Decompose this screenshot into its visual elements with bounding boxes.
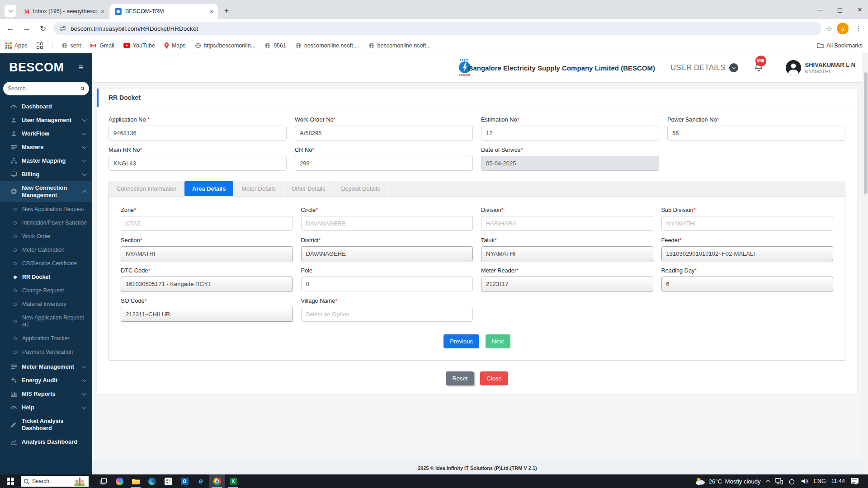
browser-tab-gmail[interactable]: M Inbox (195) - aeenytbescom@g × [19,4,109,19]
reset-button[interactable]: Reset [446,371,474,385]
tab-connection-information[interactable]: Connection Information [109,181,184,196]
hamburger-icon[interactable]: ≡ [78,63,83,72]
sidebar-search[interactable] [3,82,89,95]
back-icon[interactable]: ← [5,24,16,33]
main-rr-no-input[interactable] [108,156,287,171]
user-profile[interactable]: SHIVAKUMAR L N NYAMATHI [785,60,855,76]
work-order-no-input[interactable] [295,126,473,141]
meter-reader-input[interactable] [481,277,653,291]
bookmark-item-https-bescomonlin[interactable]: https//bescomonlin... [195,42,256,49]
task-view-button[interactable] [95,474,111,488]
notification-center-icon[interactable] [850,478,859,485]
bookmark-item-bescomonline-nsoft[interactable]: bescomonline.nsoft... [368,42,431,49]
tab-deposit-details[interactable]: Deposit Details [333,181,388,196]
internet-explorer-button[interactable]: e [193,474,209,488]
pole-input[interactable] [301,277,473,291]
next-button[interactable]: Next [486,334,510,348]
profile-avatar[interactable]: a [837,23,849,34]
sidebar-subitem-work-order[interactable]: Work Order [0,230,92,244]
sidebar-item-mis-reports[interactable]: MIS Reports [0,387,92,401]
edge-button[interactable] [144,474,160,488]
power-sanction-no-input[interactable] [667,126,845,141]
grid-bookmark-icon[interactable] [37,42,43,49]
sidebar-item-dashboard[interactable]: Dashboard [0,100,92,113]
tab-area-details[interactable]: Area Details [184,181,234,196]
user-details-dropdown[interactable]: USER DETAILS [670,63,738,72]
copilot-button[interactable] [111,474,127,488]
date-of-service-input[interactable] [481,156,659,171]
tab-other-details[interactable]: Other Details [284,181,334,196]
tray-expand-icon[interactable] [765,480,770,484]
sidebar-subitem-application-tracker[interactable]: Application Tracker [0,332,92,346]
sidebar-item-help[interactable]: Help [0,401,92,414]
tab-meter-details[interactable]: Meter Details [234,181,283,196]
sidebar-subitem-cr-service-certificate[interactable]: CR/Service Certificate [0,257,92,271]
sidebar-subitem-rr-docket[interactable]: RR Docket [0,271,92,284]
sidebar-subitem-change-request[interactable]: Change Request [0,284,92,298]
sidebar-item-meter-management[interactable]: Meter Management [0,360,92,374]
application-no-input[interactable] [108,126,287,141]
bookmark-item-gmail[interactable]: Gmail [90,42,114,49]
sidebar-item-new-connection-management[interactable]: New Connection Management [0,181,92,202]
sidebar-item-workflow[interactable]: WorkFlow [0,127,92,141]
feeder-input[interactable] [661,246,834,261]
close-icon[interactable]: × [210,8,213,14]
site-settings-icon[interactable] [60,26,66,31]
division-input[interactable] [481,216,653,231]
district-input[interactable] [301,246,473,261]
network-icon[interactable] [775,478,783,484]
sidebar-item-energy-audit[interactable]: Energy Audit [0,374,92,387]
minimize-icon[interactable]: — [816,6,825,13]
sidebar-subitem-meter-calibration[interactable]: Meter Calibration [0,244,92,257]
browser-tab-bescom-trm[interactable]: BESCOM-TRM × [109,4,218,19]
circle-input[interactable] [301,216,473,231]
sidebar-subitem-new-application-request[interactable]: New Application Request [0,203,92,216]
close-window-icon[interactable]: ✕ [855,6,864,13]
address-bar[interactable]: bescom.trm.ieasybill.com/RRDocket/RRDock… [53,22,821,35]
estimation-no-input[interactable] [481,126,659,141]
sidebar-subitem-intimation-power-sanction[interactable]: Intimation/Power Sanction [0,216,92,230]
village-name-input[interactable] [301,307,473,322]
sub-division-input[interactable] [661,216,834,231]
browser-menu-icon[interactable]: ⋮ [853,24,863,33]
start-button[interactable] [0,474,21,488]
cr-no-input[interactable] [295,156,473,171]
excel-button[interactable]: X [225,474,241,488]
scrollbar-thumb[interactable] [864,72,868,194]
close-icon[interactable]: × [101,8,104,14]
taluk-input[interactable] [481,246,653,261]
sidebar-search-input[interactable] [8,85,80,92]
chrome-button[interactable] [209,474,225,488]
notifications-button[interactable]: 898 [754,62,764,74]
bookmark-item-youtube[interactable]: YouTube [123,42,155,49]
reload-icon[interactable]: ↻ [37,24,49,33]
microsoft-store-button[interactable] [160,474,176,488]
sidebar-item-ticket-analysis-dashboard[interactable]: Ticket Analysis Dashboard [0,414,92,435]
bookmark-item-maps[interactable]: Maps [164,42,186,49]
previous-button[interactable]: Previous [443,334,479,348]
volume-icon[interactable] [801,478,808,484]
clock[interactable]: 11:44 [831,478,845,484]
all-bookmarks-button[interactable]: All Bookmarks [817,42,863,49]
bookmark-item-sent[interactable]: sent [61,42,81,49]
sidebar-item-analysis-dashboard[interactable]: Analysis Dashboard [0,435,92,449]
file-explorer-button[interactable] [127,474,144,488]
page-scrollbar[interactable] [863,53,868,474]
weather-widget[interactable]: 26°C Mostly cloudy [695,477,761,485]
sidebar-item-user-management[interactable]: User Management [0,113,92,127]
taskbar-search[interactable]: Search [21,476,89,487]
bookmark-item-9561[interactable]: 9561 [264,42,286,49]
bookmark-item-bescomonline-nsoft[interactable]: bescomonline.nsoft.... [295,42,359,49]
close-button[interactable]: Close [480,371,508,385]
sidebar-item-masters[interactable]: Masters [0,141,92,154]
sidebar-item-billing[interactable]: Billing [0,168,92,181]
outlook-button[interactable]: O [176,474,193,488]
sidebar-subitem-material-inventory[interactable]: Material Inventory [0,298,92,311]
section-input[interactable] [121,246,293,261]
meet-now-icon[interactable] [788,478,795,485]
sidebar-item-master-mapping[interactable]: Master Mapping [0,154,92,168]
dtc-code-input[interactable] [121,277,293,291]
bookmark-star-icon[interactable]: ☆ [826,24,832,33]
apps-shortcut[interactable]: Apps [5,42,28,49]
reading-day-input[interactable] [661,277,834,291]
